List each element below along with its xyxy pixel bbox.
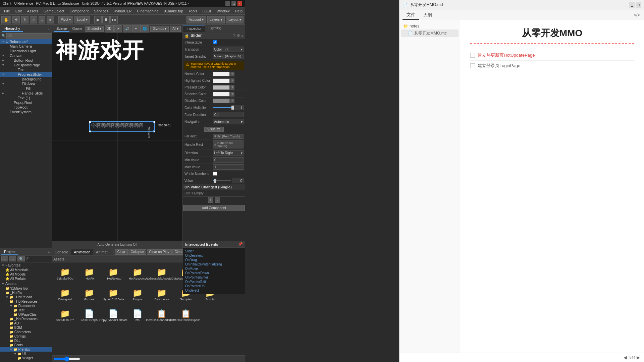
tree-item-uireference[interactable]: ▼ UIReference* [0, 39, 52, 44]
project-search-btn[interactable]: 🔍 [17, 256, 25, 261]
project-add-btn[interactable]: + [48, 249, 50, 255]
asset-configs[interactable]: 📁 Configs [0, 334, 52, 339]
minimize-btn[interactable]: _ [225, 1, 230, 6]
event-onpointerexit[interactable]: OnPointerExit [184, 280, 244, 284]
component-settings-btn[interactable]: ⚙ [237, 34, 240, 38]
asset-item-urp2[interactable]: 📋 UniversalRenderPipelin... [174, 305, 198, 325]
tree-item-bottomroot[interactable]: ▶ BottomRoot [0, 58, 52, 63]
tree-item-popuproot[interactable]: PopupRoot [0, 100, 52, 105]
tree-item-text1[interactable]: Text (1) [0, 96, 52, 100]
favorites-folder[interactable]: ▼ Favorites [0, 262, 52, 268]
notes-maximize-btn[interactable]: □ [636, 2, 641, 8]
asset-hotreload[interactable]: ▼ 📁 _HotReload [0, 295, 52, 299]
asset-item-hotfix[interactable]: 📁 _HotFix [77, 264, 101, 284]
tab-lighting[interactable]: Lighting [205, 25, 225, 32]
light-btn[interactable]: ☀ [114, 25, 122, 33]
tree-item-hotupdatepage[interactable]: ▼ HotUpdatePage [0, 63, 52, 67]
asset-aot[interactable]: 📁 AOT [0, 321, 52, 325]
color-multiplier-thumb[interactable] [231, 106, 234, 110]
visualize-btn[interactable]: Visualize [204, 127, 224, 132]
highlighted-color-swatch[interactable] [213, 78, 230, 83]
hierarchy-add-btn[interactable]: + [48, 26, 50, 32]
handle-bl[interactable] [89, 130, 91, 132]
hierarchy-search-input[interactable] [6, 33, 52, 39]
maximize-btn[interactable]: □ [231, 1, 236, 6]
rotate-tool[interactable]: ↻ [21, 16, 29, 23]
move-tool[interactable]: ✥ [12, 16, 20, 23]
notes-tree-notes-folder[interactable]: 📁 notes [401, 23, 459, 29]
asset-item-hybridclr[interactable]: 📁 HybridCLRData [102, 285, 125, 305]
tree-item-progressslider[interactable]: ▼ ProgressSlider [0, 72, 52, 77]
scale-tool[interactable]: ⤢ [30, 16, 37, 23]
tab-game[interactable]: Game [69, 26, 85, 32]
close-btn[interactable]: × [237, 1, 242, 6]
highlighted-color-edit[interactable]: ✎ [230, 78, 234, 83]
asset-item-textmesh[interactable]: 📁 TextMesh Pro [53, 305, 77, 325]
asset-sceneinfo[interactable]: 📁 SceneInfo [0, 360, 52, 361]
selected-color-swatch[interactable] [213, 92, 230, 97]
menu-91make[interactable]: 91make.top [161, 8, 186, 14]
transition-dropdown[interactable]: Color Tint▾ [213, 47, 244, 52]
asset-item-copyhybrid[interactable]: 📄 CopyHybridCLRData [102, 305, 125, 325]
disabled-color-swatch[interactable] [213, 99, 230, 103]
fill-rect-btn[interactable]: ⊞ Fill (Rect Tran⊙) [213, 134, 244, 139]
gizmos-dropdown[interactable]: Gizmos▾ [150, 26, 169, 32]
asset-ui[interactable]: ▼ 📁 UI [0, 352, 52, 356]
pause-btn[interactable]: ⏸ [102, 16, 110, 23]
2d-btn[interactable]: 2D [105, 25, 114, 33]
event-onpointerenter[interactable]: OnPointerEnter [184, 275, 244, 280]
event-ondeselect[interactable]: OnDeselect [184, 253, 244, 258]
asset-prefabs[interactable]: ▼ 📁 Prefabs [0, 347, 52, 352]
component-menu-btn[interactable]: ≡ [241, 34, 244, 38]
asset-91maketop[interactable]: 📁 91MakeTop [0, 286, 52, 291]
asset-bgm[interactable]: 📁 BGM [0, 325, 52, 330]
collapse-btn[interactable]: Collapse [128, 249, 146, 255]
asset-item-hotreload[interactable]: 📁 _HotReload [102, 264, 125, 284]
tree-item-canvas[interactable]: ▼ Canvas [0, 53, 52, 58]
notes-link-0[interactable]: 建立热更新页HotUpdatePage [478, 52, 535, 58]
clear-on-play-btn[interactable]: Clear on Play [147, 249, 172, 255]
tab-wenJian[interactable]: 文件 [402, 10, 419, 20]
asset-item-assetgraph2[interactable]: 📄 Asset Graph [77, 305, 101, 325]
layout-dropdown[interactable]: Layout▾ [226, 16, 244, 23]
tab-animation[interactable]: Animation [71, 249, 93, 255]
add-component-btn[interactable]: Add Component [183, 205, 245, 211]
notes-checkbox-1[interactable] [470, 63, 475, 68]
target-graphic-dropdown[interactable]: Missing (Graphic ⊙) [213, 54, 244, 59]
assets-folder[interactable]: ▼ Assets [0, 281, 52, 286]
selected-color-edit[interactable]: ✎ [230, 92, 234, 97]
asset-hotfix[interactable]: 📁 _HotFix [0, 291, 52, 295]
notes-prev-btn[interactable]: ◀ [622, 354, 628, 361]
tab-project[interactable]: Project [1, 249, 18, 255]
event-add-btn[interactable]: + [208, 197, 213, 203]
skybox-btn[interactable]: 🌐 [140, 25, 149, 33]
menu-services[interactable]: Services [91, 8, 111, 14]
on-value-changed-section[interactable]: On Value Changed (Single) [183, 184, 245, 190]
event-onpointerup[interactable]: OnPointerUp [184, 284, 244, 288]
tab-animat[interactable]: Animat... [93, 249, 113, 255]
play-btn[interactable]: ▶ [94, 16, 102, 23]
tab-hierarchy[interactable]: Hierarchy [2, 26, 23, 32]
notes-next-btn[interactable]: ▶ [635, 354, 641, 361]
audio-btn[interactable]: 🔊 [123, 25, 131, 33]
color-multiplier-track[interactable] [213, 107, 233, 108]
tree-item-handleslide[interactable]: ▶ Handle Slide [0, 91, 52, 96]
pressed-color-swatch[interactable] [213, 85, 230, 90]
notes-checkbox-0[interactable] [470, 53, 475, 58]
all-models[interactable]: ⭐ All Models [0, 272, 52, 277]
zoom-slider[interactable] [53, 356, 80, 362]
handle-tl[interactable] [89, 121, 91, 123]
notes-minimize-btn[interactable]: _ [629, 2, 635, 8]
menu-component[interactable]: Component [67, 8, 91, 14]
asset-item-addressable[interactable]: 📁 AddressableAssetsData [150, 264, 173, 284]
tree-item-text[interactable]: Text [0, 67, 52, 72]
event-onpointerdown[interactable]: OnPointerDown [184, 271, 244, 275]
direction-dropdown[interactable]: Left To Right▾ [213, 150, 244, 156]
tab-console[interactable]: Console [52, 249, 71, 255]
menu-window[interactable]: Window [214, 8, 232, 14]
menu-assets[interactable]: Assets [24, 8, 41, 14]
navigation-dropdown[interactable]: Automatic▾ [213, 119, 244, 124]
asset-test[interactable]: 📁 Test [0, 308, 52, 312]
value-track[interactable] [213, 180, 231, 181]
tree-item-directionallight[interactable]: Directional Light [0, 49, 52, 53]
